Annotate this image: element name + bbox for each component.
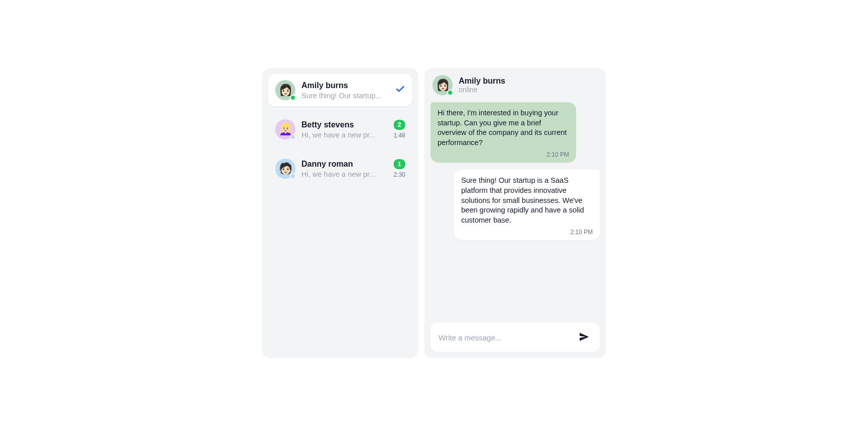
- contact-preview: Hi, we have a new pr...: [301, 170, 384, 178]
- message-bubble-incoming: Hi there, I'm interested in buying your …: [430, 102, 576, 163]
- contact-item-danny[interactable]: 🧑🏻 Danny roman Hi, we have a new pr... 1…: [268, 153, 412, 185]
- message-input[interactable]: [439, 333, 570, 342]
- unread-badge: 1: [394, 159, 405, 169]
- contact-item-betty[interactable]: 👱🏻‍♀️ Betty stevens Hi, we have a new pr…: [268, 113, 412, 146]
- unread-badge: 2: [394, 120, 405, 130]
- message-list: Hi there, I'm interested in buying your …: [430, 102, 600, 317]
- chat-app: 👩🏻 Amily burns Sure thing! Our startup..…: [262, 68, 606, 358]
- avatar: 👩🏻: [275, 80, 295, 100]
- contact-list-panel: 👩🏻 Amily burns Sure thing! Our startup..…: [262, 68, 418, 358]
- chat-title: Amily burns: [459, 77, 505, 86]
- message-bubble-outgoing: Sure thing! Our startup is a SaaS platfo…: [454, 170, 600, 240]
- status-indicator: [290, 134, 296, 140]
- message-text: Sure thing! Our startup is a SaaS platfo…: [461, 176, 593, 225]
- status-indicator: [290, 95, 296, 101]
- contact-body: Amily burns Sure thing! Our startup...: [301, 81, 384, 99]
- read-check-icon: [395, 84, 405, 96]
- message-composer: [430, 323, 600, 352]
- message-text: Hi there, I'm interested in buying your …: [438, 108, 569, 148]
- send-button[interactable]: [575, 328, 594, 347]
- send-icon: [578, 331, 590, 344]
- contact-time: 2:30: [394, 171, 405, 178]
- contact-body: Betty stevens Hi, we have a new pr...: [301, 120, 384, 138]
- avatar: 🧑🏻: [275, 159, 295, 179]
- contact-meta: 2 1:48: [390, 120, 405, 139]
- contact-name: Danny roman: [301, 159, 384, 169]
- status-indicator: [447, 90, 453, 96]
- avatar: 👱🏻‍♀️: [275, 119, 295, 139]
- chat-header: 👩🏻 Amily burns online: [430, 74, 600, 96]
- contact-item-amily[interactable]: 👩🏻 Amily burns Sure thing! Our startup..…: [268, 74, 412, 106]
- contact-meta: [390, 84, 405, 96]
- chat-status-text: online: [459, 86, 505, 94]
- chat-panel: 👩🏻 Amily burns online Hi there, I'm inte…: [424, 68, 606, 358]
- message-time: 2:10 PM: [461, 228, 593, 236]
- contact-meta: 1 2:30: [390, 159, 405, 178]
- avatar: 👩🏻: [432, 75, 453, 95]
- contact-preview: Hi, we have a new pr...: [301, 131, 384, 139]
- chat-header-text: Amily burns online: [459, 77, 505, 94]
- status-indicator: [290, 173, 296, 179]
- contact-time: 1:48: [394, 132, 405, 139]
- contact-name: Betty stevens: [301, 120, 384, 129]
- contact-name: Amily burns: [301, 81, 384, 90]
- contact-body: Danny roman Hi, we have a new pr...: [301, 159, 384, 178]
- contact-preview: Sure thing! Our startup...: [301, 92, 384, 100]
- message-time: 2:10 PM: [438, 151, 569, 159]
